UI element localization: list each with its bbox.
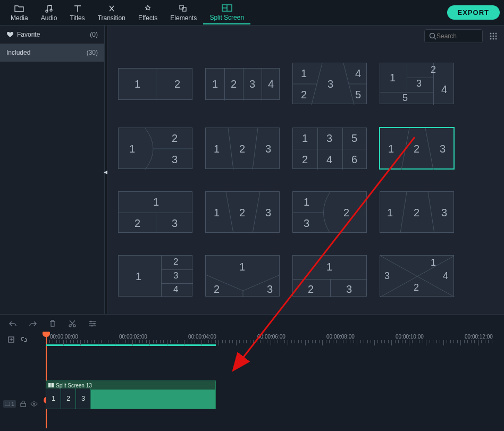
svg-line-8 bbox=[434, 38, 436, 40]
cell-number: 4 bbox=[443, 271, 448, 282]
sliders-icon[interactable] bbox=[88, 320, 97, 327]
sidebar-count: (0) bbox=[90, 31, 98, 38]
svg-line-26 bbox=[425, 128, 433, 170]
sidebar: Favorite (0) Included (30) bbox=[0, 26, 104, 314]
search-box[interactable] bbox=[424, 29, 483, 43]
svg-line-23 bbox=[228, 128, 233, 170]
template-item-selected[interactable]: 1 2 3 bbox=[380, 128, 454, 169]
cell-number: 1 bbox=[136, 271, 141, 283]
template-item[interactable]: 1 3 5 2 4 6 bbox=[292, 128, 367, 169]
cell-number: 1 bbox=[387, 207, 393, 219]
export-button[interactable]: EXPORT bbox=[447, 5, 500, 20]
cell-number: 2 bbox=[414, 282, 419, 293]
tab-split-screen[interactable]: Split Screen bbox=[203, 1, 250, 24]
cut-icon[interactable] bbox=[68, 319, 77, 328]
svg-point-36 bbox=[73, 325, 75, 327]
template-item[interactable]: 1 2 3 4 bbox=[380, 255, 454, 297]
cell-number: 2 bbox=[343, 207, 349, 219]
tab-audio[interactable]: Audio bbox=[35, 2, 64, 24]
svg-point-42 bbox=[91, 325, 93, 327]
template-item[interactable]: 1 2 3 bbox=[205, 128, 280, 169]
timeline-clip[interactable]: Split Screen 13 1 2 3 bbox=[46, 381, 216, 409]
cell-number: 1 bbox=[135, 78, 140, 90]
delete-icon[interactable] bbox=[49, 319, 56, 328]
tab-elements[interactable]: Elements bbox=[164, 2, 203, 24]
template-item[interactable]: 1 2 3 bbox=[380, 191, 454, 233]
timecode: 00:00:10:00 bbox=[396, 334, 424, 340]
svg-rect-46 bbox=[5, 402, 10, 406]
timecode: 00:00:08:00 bbox=[326, 334, 355, 340]
timecode: 00:00:12:00 bbox=[465, 334, 493, 340]
cell-number: 4 bbox=[173, 284, 178, 295]
search-input[interactable] bbox=[436, 32, 474, 40]
template-item[interactable]: 1 2 3 4 bbox=[118, 255, 192, 297]
template-item[interactable]: 1 2 3 bbox=[292, 255, 367, 297]
cell-number: 3 bbox=[346, 283, 352, 295]
tab-label: Elements bbox=[170, 14, 197, 22]
cell-number: 1 bbox=[302, 132, 308, 145]
template-browser: 1 2 1 2 3 4 1 2 3 4 5 bbox=[107, 26, 504, 314]
link-icon[interactable] bbox=[20, 336, 28, 343]
view-mode-icon[interactable] bbox=[489, 32, 498, 40]
track-area[interactable]: 1 Split Screen 13 1 2 3 bbox=[0, 347, 504, 426]
timecode: 00:00:00:00 bbox=[50, 334, 78, 340]
template-item[interactable]: 1 2 3 bbox=[118, 128, 192, 169]
cell-number: 2 bbox=[301, 89, 307, 101]
sidebar-item-favorite[interactable]: Favorite (0) bbox=[0, 26, 104, 44]
svg-point-17 bbox=[495, 38, 497, 40]
svg-point-41 bbox=[94, 323, 95, 325]
main-area: Favorite (0) Included (30) ◀ 1 2 bbox=[0, 26, 504, 314]
sidebar-item-included[interactable]: Included (30) bbox=[0, 44, 104, 62]
timecode: 00:00:04:00 bbox=[188, 334, 216, 340]
tab-effects[interactable]: Effects bbox=[132, 2, 164, 24]
cell-number: 6 bbox=[351, 154, 357, 166]
template-item[interactable]: 1 3 2 bbox=[292, 191, 367, 233]
svg-point-12 bbox=[490, 36, 492, 37]
search-icon bbox=[429, 32, 436, 40]
template-item[interactable]: 1 2 3 4 5 bbox=[380, 63, 454, 104]
svg-point-13 bbox=[493, 36, 494, 37]
cell-number: 1 bbox=[301, 67, 307, 80]
lock-icon[interactable] bbox=[20, 401, 26, 407]
cell-number: 2 bbox=[431, 64, 436, 75]
cell-number: 5 bbox=[351, 132, 357, 145]
cell-number: 3 bbox=[172, 154, 178, 166]
tab-media[interactable]: Media bbox=[4, 2, 35, 24]
svg-point-10 bbox=[493, 33, 494, 35]
svg-line-27 bbox=[226, 192, 233, 233]
marker-add-icon[interactable] bbox=[7, 336, 15, 343]
cell-number: 3 bbox=[267, 283, 273, 295]
timecode: 00:00:02:00 bbox=[119, 334, 147, 340]
eye-icon[interactable] bbox=[30, 401, 38, 407]
cell-number: 2 bbox=[239, 143, 245, 155]
template-item[interactable]: 1 2 3 bbox=[118, 191, 192, 233]
timeline-toolbar bbox=[0, 315, 504, 333]
redo-icon[interactable] bbox=[29, 320, 37, 327]
undo-icon[interactable] bbox=[9, 320, 17, 327]
template-item[interactable]: 1 2 3 4 bbox=[205, 68, 280, 100]
timeline-ruler[interactable]: 00:00:00:00 00:00:02:00 00:00:04:00 00:0… bbox=[46, 333, 504, 347]
cell-number: 1 bbox=[214, 207, 220, 219]
clip-cell: 2 bbox=[61, 388, 76, 409]
template-item[interactable]: 1 2 3 bbox=[205, 255, 280, 297]
cell-number: 3 bbox=[327, 78, 333, 90]
cell-number: 1 bbox=[239, 261, 245, 273]
cell-number: 3 bbox=[384, 271, 390, 282]
template-item[interactable]: 1 2 3 bbox=[205, 191, 280, 233]
cell-number: 4 bbox=[355, 67, 361, 80]
cell-number: 3 bbox=[172, 217, 178, 230]
cell-number: 2 bbox=[414, 207, 419, 219]
template-item[interactable]: 1 2 3 4 5 bbox=[292, 63, 367, 104]
svg-point-1 bbox=[50, 9, 52, 11]
template-item[interactable]: 1 2 bbox=[118, 68, 192, 100]
cell-number: 2 bbox=[308, 283, 314, 295]
split-screen-icon bbox=[222, 3, 232, 13]
tab-transition[interactable]: Transition bbox=[91, 2, 132, 24]
elements-icon bbox=[179, 4, 188, 13]
cell-number: 2 bbox=[172, 132, 178, 145]
tab-titles[interactable]: Titles bbox=[63, 2, 91, 24]
content-header bbox=[107, 26, 504, 47]
effects-icon bbox=[143, 4, 153, 13]
tab-label: Audio bbox=[41, 14, 57, 22]
cell-number: 1 bbox=[304, 196, 309, 208]
